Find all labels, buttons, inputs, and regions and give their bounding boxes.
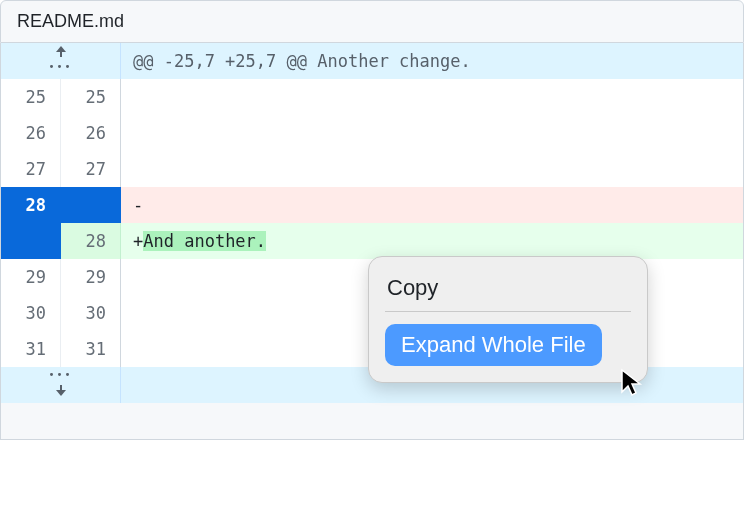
- expand-down-icon: •••: [51, 370, 71, 396]
- table-row-deletion: 28 -: [1, 187, 744, 223]
- hunk-header-row: ••• @@ -25,7 +25,7 @@ Another change.: [1, 43, 744, 79]
- old-line-number[interactable]: [1, 223, 61, 259]
- menu-item-expand-whole-file[interactable]: Expand Whole File: [385, 324, 602, 366]
- code-cell: -: [121, 187, 744, 223]
- code-cell: +And another.: [121, 223, 744, 259]
- code-cell: [121, 151, 744, 187]
- new-line-number[interactable]: 31: [61, 331, 121, 367]
- table-row: 25 25: [1, 79, 744, 115]
- old-line-number[interactable]: 29: [1, 259, 61, 295]
- menu-divider: [385, 311, 631, 312]
- expand-down-cell[interactable]: •••: [1, 367, 121, 403]
- expand-up-icon: •••: [51, 46, 71, 72]
- trailing-row: [1, 403, 744, 439]
- old-line-number[interactable]: 28: [1, 187, 61, 223]
- new-line-number[interactable]: 26: [61, 115, 121, 151]
- old-line-number[interactable]: 26: [1, 115, 61, 151]
- old-line-number[interactable]: 25: [1, 79, 61, 115]
- table-row: 26 26: [1, 115, 744, 151]
- new-line-number[interactable]: 28: [61, 223, 121, 259]
- table-row-addition: 28 +And another.: [1, 223, 744, 259]
- old-line-number[interactable]: 31: [1, 331, 61, 367]
- table-row: 27 27: [1, 151, 744, 187]
- diff-prefix: +: [133, 231, 143, 251]
- old-line-number[interactable]: 30: [1, 295, 61, 331]
- added-text: And another.: [143, 231, 266, 251]
- new-line-number[interactable]: 25: [61, 79, 121, 115]
- old-line-number[interactable]: 27: [1, 151, 61, 187]
- new-line-number[interactable]: 29: [61, 259, 121, 295]
- code-cell: [121, 115, 744, 151]
- menu-item-copy[interactable]: Copy: [385, 271, 631, 311]
- file-name: README.md: [17, 11, 124, 31]
- new-line-number[interactable]: [61, 187, 121, 223]
- code-cell: [121, 79, 744, 115]
- hunk-header-text: @@ -25,7 +25,7 @@ Another change.: [121, 43, 744, 79]
- new-line-number[interactable]: 30: [61, 295, 121, 331]
- expand-up-cell[interactable]: •••: [1, 43, 121, 79]
- file-header: README.md: [0, 0, 744, 43]
- context-menu: Copy Expand Whole File: [368, 256, 648, 383]
- diff-prefix: -: [133, 195, 143, 215]
- new-line-number[interactable]: 27: [61, 151, 121, 187]
